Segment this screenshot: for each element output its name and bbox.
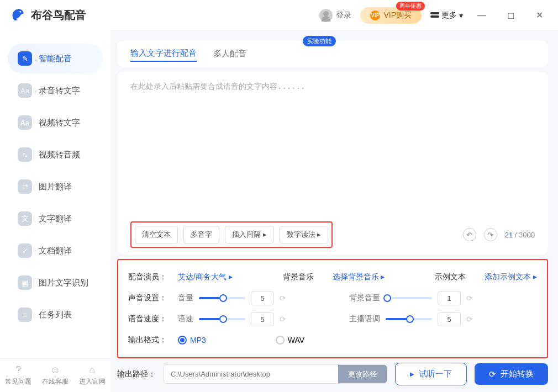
sidebar: ✎智能配音 Aa录音转文字 Aa视频转文字 ∿视频转音频 ⇄图片翻译 文文字翻译… <box>0 30 110 392</box>
format-wav[interactable]: WAV <box>276 336 304 345</box>
char-counter: 21 / 3000 <box>505 231 535 239</box>
sidebar-item-img-translate[interactable]: ⇄图片翻译 <box>8 172 103 202</box>
rate-label: 语速 <box>178 314 193 324</box>
sidebar-item-vid2text[interactable]: Aa视频转文字 <box>8 108 103 137</box>
sample-add[interactable]: 添加示例文本 ▸ <box>485 272 537 282</box>
text-icon: 文 <box>18 211 32 226</box>
bgm-label: 背景音乐 <box>283 272 323 282</box>
vip-crown-icon: VIP <box>370 10 380 20</box>
sound-label: 声音设置： <box>128 293 168 303</box>
support-button[interactable]: ☺在线客服 <box>37 364 74 386</box>
avatar-icon <box>319 9 333 22</box>
polyphonic-button[interactable]: 多音字 <box>183 226 219 243</box>
tone-value[interactable] <box>438 312 461 326</box>
check-icon: ✓ <box>18 243 32 258</box>
output-path-input[interactable] <box>164 365 338 383</box>
question-icon: ? <box>0 364 37 376</box>
volume-label: 音量 <box>178 293 193 303</box>
bgvol-label: 背景音量 <box>349 293 380 303</box>
swap-icon: ⇄ <box>18 179 32 194</box>
login-button[interactable]: 登录 <box>319 9 351 22</box>
rate-slider[interactable] <box>199 318 245 320</box>
preview-button[interactable]: ▶试听一下 <box>395 363 467 385</box>
bgm-select[interactable]: 选择背景音乐 ▸ <box>333 272 385 282</box>
play-icon: ▶ <box>410 371 414 377</box>
website-button[interactable]: ⌂进入官网 <box>73 364 110 386</box>
aa-icon: Aa <box>18 115 32 130</box>
undo-button[interactable]: ↶ <box>463 228 476 241</box>
change-path-button[interactable]: 更改路径 <box>338 365 387 383</box>
experimental-badge: 实验功能 <box>303 36 336 46</box>
sidebar-item-tasks[interactable]: ≡任务列表 <box>8 300 103 330</box>
voice-actor-select[interactable]: 艾达/商务大气 ▸ <box>178 272 233 282</box>
app-title: 布谷鸟配音 <box>31 8 86 23</box>
sidebar-item-doc-translate[interactable]: ✓文档翻译 <box>8 236 103 266</box>
rate-reset[interactable]: ⟳ <box>280 315 286 324</box>
voice-actor-label: 配音演员： <box>128 272 168 282</box>
sidebar-item-text-translate[interactable]: 文文字翻译 <box>8 204 103 234</box>
list-icon: ≡ <box>18 308 32 322</box>
tab-text-dub[interactable]: 输入文字进行配音 <box>130 46 197 62</box>
volume-reset[interactable]: ⟳ <box>280 294 286 303</box>
refresh-icon: ⟳ <box>489 369 496 379</box>
sidebar-item-vid2audio[interactable]: ∿视频转音频 <box>8 140 103 169</box>
settings-panel: 配音演员： 艾达/商务大气 ▸ 背景音乐 选择背景音乐 ▸ 示例文本 添加示例文… <box>117 259 548 358</box>
output-path-label: 输出路径： <box>117 369 156 379</box>
maximize-button[interactable]: ◻ <box>501 6 520 25</box>
close-button[interactable]: ✕ <box>529 6 549 25</box>
tool-buttons: 清空文本 多音字 插入间隔 ▸ 数字读法 ▸ <box>130 221 333 248</box>
pencil-icon: ✎ <box>18 51 32 66</box>
radio-icon <box>276 336 285 345</box>
more-button[interactable]: 更多 ▾ <box>430 10 463 20</box>
format-mp3[interactable]: MP3 <box>178 336 206 345</box>
sample-label: 示例文本 <box>435 272 475 282</box>
convert-button[interactable]: ⟳开始转换 <box>475 363 548 385</box>
text-input[interactable] <box>130 82 535 217</box>
vip-button[interactable]: VIP VIP购买 周年钜惠 <box>360 7 422 24</box>
redo-button[interactable]: ↷ <box>484 228 497 241</box>
svg-point-0 <box>19 11 21 13</box>
insert-gap-button[interactable]: 插入间隔 ▸ <box>225 226 274 243</box>
minimize-button[interactable]: — <box>472 6 492 25</box>
sidebar-item-smart-dub[interactable]: ✎智能配音 <box>8 44 103 73</box>
tone-reset[interactable]: ⟳ <box>466 315 473 324</box>
tab-bar: 输入文字进行配音 多人配音 实验功能 <box>117 40 548 67</box>
bgvol-reset[interactable]: ⟳ <box>466 294 473 303</box>
speed-label: 语音速度： <box>128 314 168 324</box>
titlebar: 布谷鸟配音 登录 VIP VIP购买 周年钜惠 更多 ▾ — ◻ ✕ <box>0 0 558 30</box>
logo: 布谷鸟配音 <box>9 6 86 25</box>
faq-button[interactable]: ?常见问题 <box>0 364 37 386</box>
volume-value[interactable] <box>251 291 274 305</box>
aa-icon: Aa <box>18 83 32 98</box>
wave-icon: ∿ <box>18 147 32 162</box>
tone-label: 主播语调 <box>349 314 380 324</box>
number-reading-button[interactable]: 数字读法 ▸ <box>280 226 329 243</box>
chat-icon: ☺ <box>37 364 74 376</box>
chevron-down-icon: ▾ <box>459 11 463 20</box>
sidebar-item-rec2text[interactable]: Aa录音转文字 <box>8 76 103 105</box>
home-icon: ⌂ <box>73 364 110 376</box>
scan-icon: ▣ <box>18 276 32 290</box>
sidebar-item-ocr[interactable]: ▣图片文字识别 <box>8 268 103 298</box>
volume-slider[interactable] <box>199 297 245 299</box>
bird-icon <box>9 6 27 25</box>
bgvol-value[interactable] <box>438 291 461 305</box>
tone-slider[interactable] <box>386 318 432 320</box>
bgvol-slider[interactable] <box>386 297 432 299</box>
radio-icon <box>178 336 187 345</box>
clear-text-button[interactable]: 清空文本 <box>135 226 178 243</box>
output-path-box: 更改路径 <box>164 364 387 384</box>
tab-multi-dub[interactable]: 多人配音 <box>213 46 246 61</box>
layers-icon <box>430 12 439 19</box>
format-label: 输出格式： <box>128 335 168 345</box>
rate-value[interactable] <box>251 312 274 326</box>
editor-panel: 清空文本 多音字 插入间隔 ▸ 数字读法 ▸ ↶ ↷ 21 / 3000 <box>117 72 548 255</box>
vip-badge: 周年钜惠 <box>396 2 425 10</box>
